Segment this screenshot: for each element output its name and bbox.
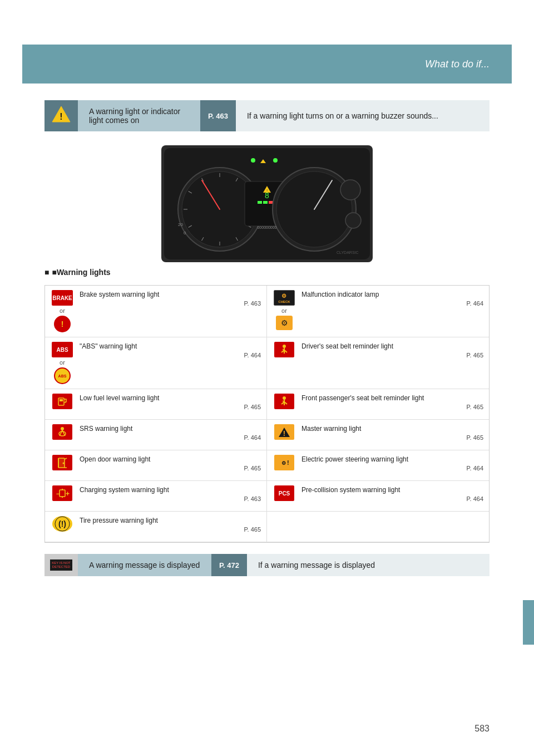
svg-point-31 [251,158,255,163]
malfunction-page-ref: P. 464 [301,300,483,308]
passenger-seatbelt-description: Front passenger's seat belt reminder lig… [301,394,424,402]
svg-rect-20 [258,201,262,204]
bottom-banner-icon-box: KEY IS NOT DETECTED [44,554,78,576]
list-item: Driver's seat belt reminder light P. 465 [267,337,489,389]
passenger-seatbelt-icon-group [273,394,296,409]
tire-pressure-text: Tire pressure warning light P. 465 [80,516,261,534]
master-warning-page-ref: P. 465 [301,434,483,442]
driver-seatbelt-text: Driver's seat belt reminder light P. 465 [301,342,483,360]
empty-cell [267,512,489,542]
abs-page-ref: P. 464 [80,351,261,360]
passenger-seatbelt-text: Front passenger's seat belt reminder lig… [301,394,483,411]
svg-text:⚙: ⚙ [282,293,287,299]
warning-message-label: A warning message is displayed [89,561,200,570]
list-item: ! Master warning light P. 465 [267,420,489,450]
svg-text:⚙: ⚙ [281,460,286,466]
door-page-ref: P. 465 [80,464,261,473]
check-icon-group: ⚙ CHECK or ⚙ [273,290,296,330]
list-item: ABS or ABS "ABS" warning light P. 464 [45,337,267,389]
abs-circle-icon: ABS [54,367,71,384]
brake-circle-icon: ! [54,316,71,332]
door-text: Open door warning light P. 465 [80,455,261,473]
charging-warning-icon: − + [52,485,72,501]
driver-seatbelt-page-ref: P. 465 [301,351,483,360]
pcs-page-ref: P. 464 [301,495,483,503]
svg-point-41 [283,345,286,348]
svg-point-28 [340,180,360,200]
driver-seatbelt-icon-group [273,342,296,357]
eps-warning-icon: ⚙ ! [274,455,294,470]
master-warning-text: Master warning light P. 465 [301,424,483,442]
check-engine-icon: ⚙ CHECK [274,290,295,306]
master-warning-icon: ! [274,424,294,440]
srs-description: SRS warning light [80,425,132,433]
srs-page-ref: P. 464 [80,434,261,442]
warning-lights-section-label: ■Warning lights [44,268,490,277]
pcs-warning-icon: PCS [274,485,294,501]
master-warning-icon-group: ! [273,424,296,440]
eps-icon-group: ⚙ ! [273,455,296,470]
banner-page-number: P. 463 [200,100,236,131]
page-number: 583 [474,724,490,734]
fuel-page-ref: P. 465 [80,403,261,411]
srs-warning-icon [52,424,72,440]
bottom-banner: KEY IS NOT DETECTED A warning message is… [44,554,490,576]
list-item: ⚙ CHECK or ⚙ Malfunction indicator lamp … [267,286,489,337]
fuel-warning-icon [52,394,72,409]
charging-page-ref: P. 463 [80,495,261,503]
abs-icon-group: ABS or ABS [51,342,74,384]
abs-description: "ABS" warning light [80,342,137,350]
svg-text:⚙: ⚙ [281,318,288,327]
tire-page-ref: P. 465 [80,526,261,534]
abs-warning-icon: ABS [52,342,73,357]
svg-text:(!): (!) [58,519,66,528]
tire-description: Tire pressure warning light [80,517,158,524]
list-item: SRS warning light P. 464 [45,420,267,450]
svg-rect-21 [263,201,268,204]
content-area: ! A warning light or indicator light com… [0,84,534,593]
brake-warning-icon: BRAKE [52,290,73,306]
door-icon-group [51,455,74,470]
header-title: What to do if... [425,58,490,70]
charging-icon-group: − + [51,485,74,501]
door-description: Open door warning light [80,455,150,463]
passenger-seatbelt-icon [274,394,294,409]
fuel-text: Low fuel level warning light P. 465 [80,394,261,411]
banner-left-text: A warning light or indicator light comes… [78,100,200,131]
top-banner: ! A warning light or indicator light com… [44,100,490,131]
brake-icon-group: BRAKE or ! [51,290,74,332]
charging-text: Charging system warning light P. 463 [80,485,261,503]
svg-rect-46 [58,398,64,405]
list-item: Front passenger's seat belt reminder lig… [267,389,489,420]
list-item: (!) Tire pressure warning light P. 465 [45,512,267,542]
tire-icon-group: (!) [51,516,74,532]
brake-page-ref: P. 463 [80,300,261,308]
malfunction-description: Malfunction indicator lamp [301,291,379,298]
list-item: BRAKE or ! Brake system warning light P.… [45,286,267,337]
passenger-seatbelt-page-ref: P. 465 [301,403,483,411]
banner-left-label: A warning light or indicator light comes… [89,107,189,125]
charging-description: Charging system warning light [80,486,169,494]
brake-description: Brake system warning light [80,291,159,298]
pcs-icon-group: PCS [273,485,296,501]
banner-warning-icon-box: ! [44,100,78,131]
svg-text:!: ! [283,429,285,438]
eps-page-ref: P. 464 [301,464,483,473]
warning-triangle-icon: ! [51,105,71,127]
list-item: ⚙ ! Electric power steering warning ligh… [267,450,489,481]
svg-text:+: + [66,490,70,498]
svg-rect-47 [60,399,63,401]
bottom-banner-right-text: If a warning message is displayed [247,554,490,576]
list-item: PCS Pre-collision system warning light P… [267,481,489,512]
malfunction-text: Malfunction indicator lamp P. 464 [301,290,483,308]
svg-text:20: 20 [178,222,183,227]
srs-text: SRS warning light P. 464 [80,424,261,442]
warning-lights-grid: BRAKE or ! Brake system warning light P.… [44,285,490,543]
driver-seatbelt-icon [274,342,294,357]
list-item: Open door warning light P. 465 [45,450,267,481]
malfunction-icon: ⚙ [276,316,293,330]
svg-point-55 [59,431,66,436]
fuel-description: Low fuel level warning light [80,394,159,402]
or-label-3: or [60,359,65,366]
svg-text:!: ! [60,112,62,121]
